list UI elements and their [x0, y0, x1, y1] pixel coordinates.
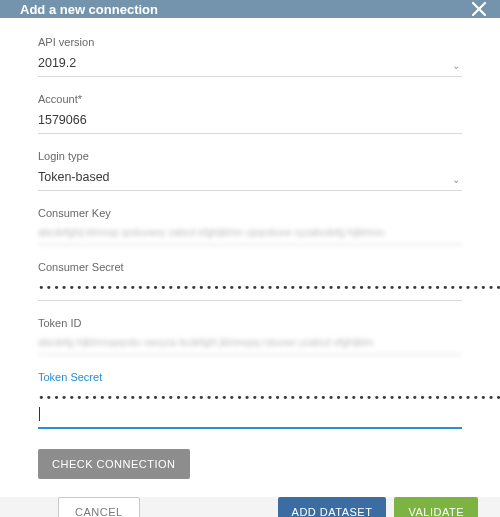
field-label: Token ID [38, 317, 462, 329]
field-label: Account* [38, 93, 462, 105]
login-type-value: Token-based [38, 166, 462, 191]
validate-button[interactable]: VALIDATE [394, 497, 478, 517]
field-label: Consumer Key [38, 207, 462, 219]
add-connection-dialog: Add a new connection API version 2019.2 … [0, 0, 500, 517]
text-caret [39, 407, 40, 421]
cancel-button[interactable]: CANCEL [58, 497, 140, 517]
token-secret-text: ••••••••••••••••••••••••••••••••••••••••… [38, 387, 500, 404]
token-id-input[interactable]: abcdefg hijklmnopqrstu vwxyza bcdefghi j… [38, 333, 462, 355]
field-consumer-secret: Consumer Secret ••••••••••••••••••••••••… [38, 261, 462, 301]
api-version-value: 2019.2 [38, 52, 462, 77]
login-type-select[interactable]: Token-based ⌄ [38, 166, 462, 191]
dialog-footer: CANCEL ADD DATASET VALIDATE [0, 497, 500, 517]
api-version-select[interactable]: 2019.2 ⌄ [38, 52, 462, 77]
field-label: API version [38, 36, 462, 48]
check-connection-button[interactable]: CHECK CONNECTION [38, 449, 190, 479]
field-login-type: Login type Token-based ⌄ [38, 150, 462, 191]
check-connection-row: CHECK CONNECTION [38, 449, 462, 479]
field-consumer-key: Consumer Key abcdefghij klmnop qrstuvwxy… [38, 207, 462, 245]
field-token-id: Token ID abcdefg hijklmnopqrstu vwxyza b… [38, 317, 462, 355]
field-api-version: API version 2019.2 ⌄ [38, 36, 462, 77]
footer-right: ADD DATASET VALIDATE [278, 497, 478, 517]
dialog-body: API version 2019.2 ⌄ Account* 1579066 Lo… [0, 18, 500, 497]
consumer-secret-input[interactable]: ••••••••••••••••••••••••••••••••••••••••… [38, 277, 462, 301]
field-token-secret: Token Secret •••••••••••••••••••••••••••… [38, 371, 462, 429]
add-dataset-button[interactable]: ADD DATASET [278, 497, 387, 517]
token-secret-underline [38, 427, 462, 429]
field-account: Account* 1579066 [38, 93, 462, 134]
close-icon[interactable] [470, 0, 488, 18]
field-label: Token Secret [38, 371, 462, 383]
dialog-title: Add a new connection [20, 2, 158, 17]
dialog-header: Add a new connection [0, 0, 500, 18]
field-label: Consumer Secret [38, 261, 462, 273]
account-input[interactable]: 1579066 [38, 109, 462, 134]
consumer-key-input[interactable]: abcdefghij klmnop qrstuvwxy zabcd efghij… [38, 223, 462, 245]
field-label: Login type [38, 150, 462, 162]
